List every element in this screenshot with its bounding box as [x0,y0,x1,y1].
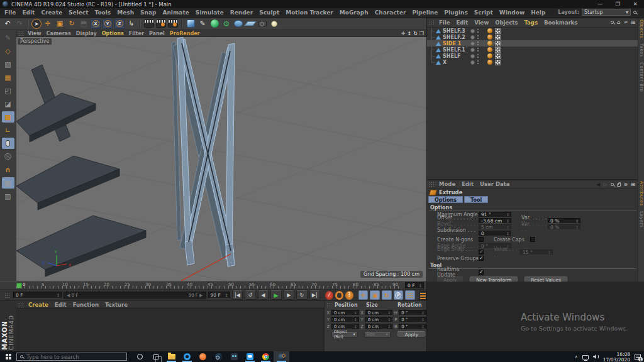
enable-toggle[interactable] [470,35,475,40]
tab-takes[interactable]: Takes [639,43,644,57]
position-z-field[interactable]: 0 cm↕ [331,324,359,329]
menu-sculpt[interactable]: Sculpt [256,9,282,16]
add-environment-icon[interactable] [233,18,244,30]
tab-options[interactable]: Options [428,196,463,203]
om-menu-bookmarks[interactable]: Bookmarks [541,19,580,26]
menu-pipeline[interactable]: Pipeline [409,9,441,16]
add-light-icon[interactable] [269,18,280,30]
rotation-h-field[interactable]: 0 °↕ [399,310,426,315]
scale-tool-icon[interactable]: ▣ [54,18,65,30]
position-x-field[interactable]: 0 cm↕ [331,310,359,315]
add-subdivision-icon[interactable] [209,18,220,30]
toggle-view-icon[interactable]: ❐ [419,31,424,36]
start-button[interactable] [0,351,16,362]
object-row[interactable]: SHELF.2 [427,34,638,40]
menu-window[interactable]: Window [496,9,528,16]
menu-character[interactable]: Character [372,9,409,16]
file-explorer-icon[interactable] [164,351,179,362]
home-icon[interactable]: ⌂ [617,19,621,25]
add-floor-icon[interactable] [245,18,256,30]
cinema4d-taskbar-icon[interactable] [274,351,289,362]
polygons-mode-icon[interactable]: ■ [2,111,14,123]
snap-settings-icon[interactable]: Ⓢ [2,151,14,162]
visibility-dots[interactable] [477,48,479,52]
vp-menu-display[interactable]: Display [74,31,99,36]
record-parameter-toggle[interactable]: P [394,290,404,300]
om-menu-tags[interactable]: Tags [521,19,541,26]
record-pla-toggle[interactable] [405,290,415,300]
panel-handle-icon[interactable] [4,293,9,298]
rotation-b-field[interactable]: 0 °↕ [399,324,426,329]
taskbar-search[interactable] [16,353,127,361]
move-tool-icon[interactable]: ✛ [42,18,53,30]
record-keyframe-icon[interactable]: ⁄ [325,291,333,300]
play-icon[interactable]: ▶ [270,290,281,300]
edge-snap-checkbox[interactable] [479,250,484,255]
tab-content-browser[interactable]: Content Bro [639,62,644,92]
history-back-icon[interactable]: ◀ [596,182,600,187]
edge-icon[interactable] [179,351,195,362]
previous-frame-icon[interactable]: ◀ [258,290,269,300]
vp-menu-view[interactable]: View [25,31,44,36]
om-menu-edit[interactable]: Edit [453,19,471,26]
phong-tag-icon[interactable] [487,60,492,65]
tweak-mode-icon[interactable] [2,138,14,149]
keyframe-selection-icon[interactable] [419,291,426,300]
panel-handle-icon[interactable] [18,302,23,307]
search-icon[interactable] [633,11,636,14]
visibility-dots[interactable] [477,54,479,58]
menu-edit[interactable]: Edit [19,9,38,16]
menu-script[interactable]: Script [471,9,496,16]
keying-help-icon[interactable]: ? [345,291,353,300]
view-label[interactable]: Perspective [18,38,52,45]
network-icon[interactable] [582,355,589,359]
coord-mode-dropdown[interactable]: Object (Rel)▾ [331,332,358,337]
tab-attributes[interactable]: Attributes [639,181,644,206]
workplane-align-icon[interactable]: ▥ [2,190,14,202]
magnet-icon[interactable]: ∩ [2,164,14,175]
panel-handle-icon[interactable] [18,31,23,36]
menu-simulate[interactable]: Simulate [192,9,227,16]
menu-snap[interactable]: Snap [137,9,159,16]
om-menu-objects[interactable]: Objects [492,19,521,26]
record-position-toggle[interactable]: ✛ [358,290,369,300]
material-list-area[interactable] [16,309,324,351]
new-panel-icon[interactable]: ⊞ [631,19,635,25]
new-panel-icon[interactable]: ⊞ [631,182,635,187]
panel-handle-icon[interactable] [429,182,434,187]
volume-icon[interactable] [593,354,599,359]
mat-menu-edit[interactable]: Edit [52,302,70,308]
mat-menu-create[interactable]: Create [25,302,52,308]
phong-tag-icon[interactable] [487,35,492,40]
am-search-icon[interactable] [611,183,614,186]
object-row[interactable]: X [427,59,638,65]
uvw-tag-icon[interactable] [495,47,501,53]
enable-toggle[interactable] [470,41,475,46]
zoom-view-icon[interactable]: ↕ [407,31,411,36]
rotate-tool-icon[interactable]: ↻ [66,18,77,30]
visibility-dots[interactable] [477,35,479,39]
add-spline-icon[interactable]: ✎ [197,18,208,30]
action-center-icon[interactable]: 1 [635,354,641,360]
uvw-tag-icon[interactable] [495,35,501,40]
menu-mograph[interactable]: MoGraph [336,9,372,16]
vp-menu-prorender[interactable]: ProRender [167,31,203,36]
menu-help[interactable]: Help [528,9,548,16]
record-rotation-toggle[interactable]: ↻ [382,290,392,300]
options-section-header[interactable]: Options [429,204,636,211]
steam-icon[interactable] [211,351,226,362]
lock-y-axis-icon[interactable]: Y [103,19,113,29]
tab-layers[interactable]: Layers [639,211,644,228]
enable-toggle[interactable] [470,54,475,58]
next-frame-icon[interactable]: ▶ [284,290,294,300]
menu-tools[interactable]: Tools [91,9,114,16]
panel-handle-icon[interactable] [429,20,434,25]
panel-handle-icon[interactable] [326,302,331,307]
lock-z-axis-icon[interactable]: Z [114,19,125,29]
rotate-view-icon[interactable]: ↻ [413,31,418,36]
autokey-icon[interactable] [335,291,343,300]
maximum-angle-field[interactable]: 91 °↕ [479,212,511,217]
offset-var-field[interactable]: 0 %↕ [548,218,580,224]
phong-tag-icon[interactable] [487,47,492,52]
vp-menu-filter[interactable]: Filter [126,31,147,36]
